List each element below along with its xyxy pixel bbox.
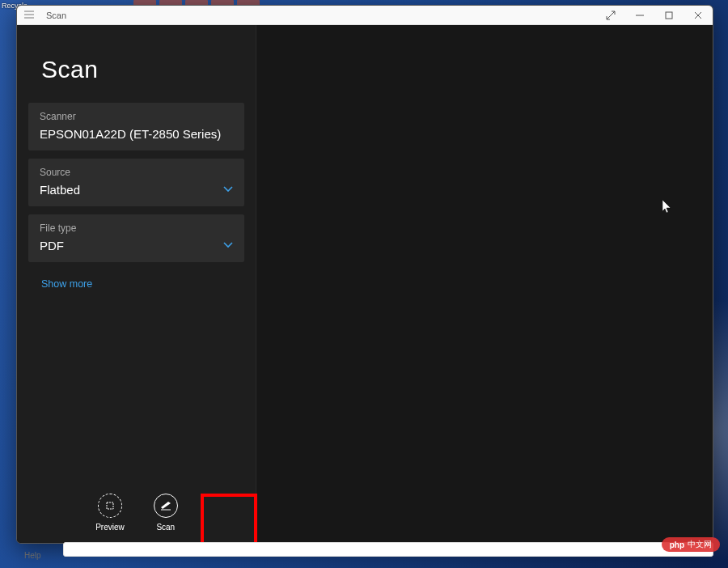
preview-button[interactable]: Preview [95, 494, 125, 532]
fullscreen-button[interactable] [596, 6, 625, 25]
app-title: Scan [17, 25, 256, 103]
show-more-link[interactable]: Show more [17, 270, 256, 290]
hamburger-menu-button[interactable] [17, 11, 41, 20]
help-label: Help [24, 551, 41, 560]
filetype-dropdown[interactable]: File type PDF [28, 214, 244, 262]
scanner-value: EPSON01A22D (ET-2850 Series) [40, 127, 233, 141]
close-button[interactable] [684, 6, 713, 25]
watermark-badge: php 中文网 [662, 537, 720, 552]
filetype-label: File type [40, 223, 217, 234]
bottom-action-bar: Preview Scan [17, 494, 256, 543]
background-window-stub: Help [16, 547, 713, 563]
svg-rect-1 [107, 502, 113, 509]
titlebar: Scan [17, 6, 713, 25]
settings-sidebar: Scan Scanner EPSON01A22D (ET-2850 Series… [17, 25, 256, 543]
watermark-suffix: 中文网 [688, 539, 712, 550]
mouse-cursor-icon [662, 200, 672, 214]
background-input-stub [63, 542, 713, 557]
chevron-down-icon [223, 239, 233, 251]
scanner-field[interactable]: Scanner EPSON01A22D (ET-2850 Series) [28, 103, 244, 150]
svg-rect-0 [666, 12, 672, 19]
preview-icon [98, 494, 122, 518]
scan-button[interactable]: Scan [154, 494, 178, 532]
minimize-button[interactable] [625, 6, 654, 25]
watermark-brand: php [670, 540, 684, 549]
source-dropdown[interactable]: Source Flatbed [28, 159, 244, 206]
filetype-value: PDF [40, 239, 217, 252]
scan-icon [154, 494, 178, 518]
chevron-down-icon [223, 184, 233, 195]
preview-label: Preview [95, 523, 125, 532]
source-label: Source [40, 167, 217, 178]
window-title: Scan [41, 11, 66, 20]
scanner-label: Scanner [40, 111, 233, 122]
scan-label: Scan [156, 523, 175, 532]
maximize-button[interactable] [654, 6, 684, 25]
source-value: Flatbed [40, 183, 217, 197]
scan-preview-area [256, 25, 713, 543]
scan-app-window: Scan Scan Scanner EPSON01A22D (ET-2850 S… [16, 5, 713, 544]
window-content: Scan Scanner EPSON01A22D (ET-2850 Series… [17, 25, 713, 543]
